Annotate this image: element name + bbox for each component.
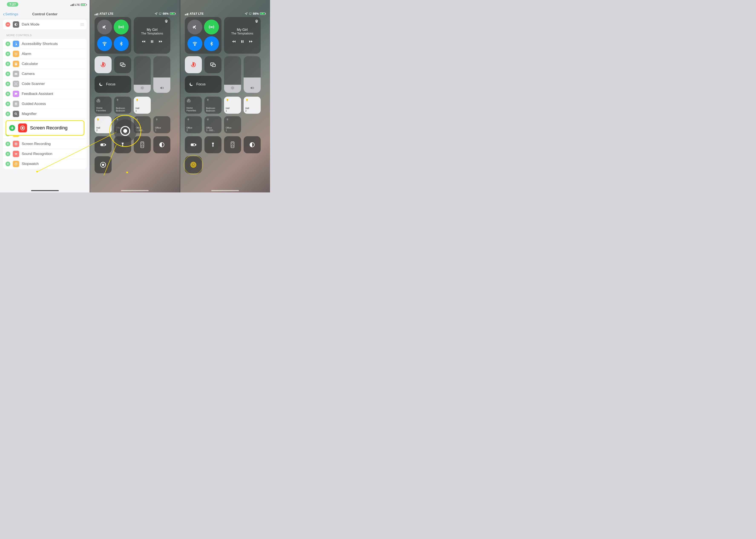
home-tile-bedroom[interactable]: BedroomBedroom [205,97,221,114]
bluetooth-button[interactable] [204,36,219,51]
rewind-button[interactable] [141,39,146,43]
battery-icon: ⚡︎ [170,12,175,15]
now-playing-tile[interactable]: My Girl The Temptations [224,17,261,54]
screen-recording-button[interactable] [95,156,112,173]
screen-recording-button-active[interactable] [185,156,202,173]
home-tile-hall-2[interactable]: Hall2 [244,97,261,114]
brightness-slider[interactable] [134,56,151,93]
tile-sub: 2 [116,129,117,131]
home-indicator[interactable] [211,190,239,191]
more-row-screen-recording[interactable]: Screen Recording [3,139,87,149]
status-time-pill[interactable]: 7:27 [7,2,18,7]
orientation-lock-button[interactable] [95,56,112,73]
connectivity-group[interactable] [185,17,221,54]
wifi-button[interactable] [187,36,202,51]
apple-tv-remote-button[interactable] [134,136,151,153]
home-tile-hall-1[interactable]: Hall1 [134,97,151,114]
more-row-sound-recognition[interactable]: Sound Recognition [3,149,87,159]
bluetooth-button[interactable] [114,36,128,51]
home-tile-office-1[interactable]: Office1 [153,116,170,133]
more-row-stopwatch[interactable]: Stopwatch [3,159,87,169]
home-favorites-button[interactable]: HomeFavorites [95,97,112,114]
svg-rect-12 [15,83,17,85]
svg-point-27 [166,21,167,22]
cellular-data-button[interactable] [204,20,219,35]
orientation-lock-button[interactable] [185,56,202,73]
home-tile-bedroom[interactable]: BedroomBedroom [114,97,131,114]
connectivity-group[interactable] [95,17,131,54]
more-row-feedback-assistant[interactable]: ! Feedback Assistant [3,89,87,99]
signal-bars-icon [95,13,98,15]
more-row-alarm[interactable]: Alarm [3,49,87,59]
home-icon [96,98,101,103]
add-button[interactable] [6,142,10,146]
add-button[interactable] [6,152,10,156]
now-playing-tile[interactable]: My Girl The Temptations [134,17,170,54]
pause-button[interactable] [240,39,244,43]
alarm-icon [13,51,19,57]
add-button[interactable] [6,51,10,56]
airplay-icon[interactable] [164,19,168,23]
pause-button[interactable] [150,39,154,43]
more-row-accessibility-shortcuts[interactable]: Accessibility Shortcuts [3,39,87,49]
home-tile-office-3[interactable]: Office3 - 800... [134,116,151,133]
svg-rect-29 [152,40,153,43]
row-label: Stopwatch [22,162,39,166]
add-button[interactable] [6,72,10,76]
back-button[interactable]: Settings [5,12,18,16]
home-indicator[interactable] [31,190,59,191]
volume-slider[interactable] [244,56,261,93]
airplane-mode-button[interactable] [97,20,112,35]
wifi-button[interactable] [97,36,112,51]
more-row-magnifier[interactable]: Magnifier [3,109,87,119]
focus-button[interactable]: Focus [185,76,221,93]
add-button[interactable] [6,82,10,86]
rewind-button[interactable] [232,39,236,43]
home-favorites-button[interactable]: HomeFavorites [185,97,202,114]
carrier-label: AT&T LTE [100,12,114,15]
add-button[interactable] [6,41,10,46]
volume-slider[interactable] [153,56,170,93]
home-tile-office-2[interactable]: Office2 [114,116,131,133]
add-button[interactable] [6,102,10,106]
drag-handle-icon[interactable] [80,23,84,26]
dark-mode-button[interactable] [244,136,261,153]
remove-button[interactable] [6,22,10,27]
dark-mode-button[interactable] [153,136,170,153]
airplane-mode-button[interactable] [187,20,202,35]
svg-rect-40 [156,120,157,121]
included-row-dark-mode[interactable]: Dark Mode [3,20,87,30]
add-button[interactable] [6,61,10,66]
screen-mirroring-button[interactable] [114,56,131,73]
flashlight-button[interactable] [114,136,131,153]
add-button[interactable] [9,125,15,131]
forward-button[interactable] [249,39,253,43]
focus-button[interactable]: Focus [95,76,131,93]
home-tile-hall-1[interactable]: Hall1 [224,97,241,114]
brightness-slider[interactable] [224,56,241,93]
add-button[interactable] [6,162,10,166]
low-power-mode-button[interactable] [95,136,112,153]
apple-tv-remote-button[interactable] [224,136,241,153]
home-tile-office-2[interactable]: Office2 [185,116,202,133]
low-power-mode-button[interactable] [185,136,202,153]
svg-rect-30 [103,64,104,66]
screen-mirroring-button[interactable] [205,56,221,73]
home-tile-office-1[interactable]: Office1 [224,116,241,133]
home-tile-office-3[interactable]: Office3 - 800... [205,116,221,133]
more-row-code-scanner[interactable]: Code Scanner [3,79,87,89]
add-button[interactable] [6,112,10,116]
home-tile-hall-2[interactable]: Hall2 [95,116,112,133]
screen-recording-icon [13,141,19,147]
back-chevron-icon[interactable]: ‹ [3,11,5,17]
forward-button[interactable] [158,39,163,43]
add-button[interactable] [6,92,10,96]
cellular-data-button[interactable] [114,20,128,35]
svg-text:!: ! [16,93,16,95]
airplay-icon[interactable] [255,19,259,23]
more-row-camera[interactable]: Camera [3,69,87,79]
flashlight-button[interactable] [205,136,221,153]
more-row-calculator[interactable]: Calculator [3,59,87,69]
home-indicator[interactable] [121,190,149,191]
more-row-guided-access[interactable]: Guided Access [3,99,87,109]
